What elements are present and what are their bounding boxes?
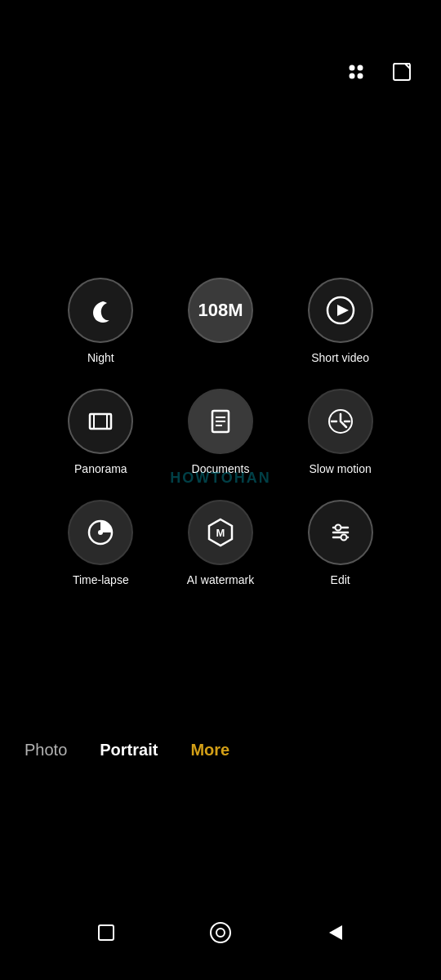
night-circle xyxy=(68,278,133,343)
svg-point-25 xyxy=(335,525,341,531)
short-video-label: Short video xyxy=(311,351,369,364)
svg-point-26 xyxy=(341,535,346,541)
edit-circle xyxy=(308,500,373,565)
time-lapse-label: Time-lapse xyxy=(73,573,129,586)
tab-portrait[interactable]: Portrait xyxy=(83,733,174,768)
svg-rect-10 xyxy=(94,414,107,429)
mode-108m[interactable]: 108M 108M xyxy=(188,278,253,364)
108m-circle: 108M xyxy=(188,278,253,343)
mode-documents[interactable]: Documents xyxy=(188,389,253,475)
slow-motion-circle xyxy=(308,389,373,454)
mode-panorama[interactable]: Panorama xyxy=(68,389,133,475)
svg-rect-27 xyxy=(99,925,114,940)
svg-point-2 xyxy=(350,74,354,78)
home-button[interactable] xyxy=(206,918,235,947)
documents-circle xyxy=(188,389,253,454)
short-video-circle xyxy=(308,278,373,343)
back-button[interactable] xyxy=(320,918,350,947)
mode-night[interactable]: Night xyxy=(68,278,133,364)
edit-icon[interactable] xyxy=(387,57,416,87)
top-bar xyxy=(341,57,416,87)
grid-icon[interactable] xyxy=(341,57,371,87)
svg-marker-30 xyxy=(329,925,342,940)
svg-point-3 xyxy=(359,74,363,78)
svg-text:M: M xyxy=(216,527,225,539)
panorama-label: Panorama xyxy=(74,462,127,475)
mode-short-video[interactable]: Short video xyxy=(308,278,373,364)
recent-apps-button[interactable] xyxy=(91,918,121,947)
svg-rect-9 xyxy=(90,414,111,429)
slow-motion-label: Slow motion xyxy=(310,462,372,475)
svg-marker-8 xyxy=(337,305,349,316)
documents-label: Documents xyxy=(192,462,250,475)
tab-more[interactable]: More xyxy=(174,733,246,768)
time-lapse-circle xyxy=(68,500,133,565)
mode-edit[interactable]: Edit xyxy=(308,500,373,586)
bottom-tabs: Photo Portrait More xyxy=(0,733,441,768)
tab-photo[interactable]: Photo xyxy=(8,733,83,768)
svg-point-1 xyxy=(359,66,363,70)
mode-ai-watermark[interactable]: M AI watermark xyxy=(187,500,254,586)
panorama-circle xyxy=(68,389,133,454)
mode-slow-motion[interactable]: Slow motion xyxy=(308,389,373,475)
edit-label: Edit xyxy=(331,573,350,586)
svg-point-0 xyxy=(350,66,354,70)
ai-watermark-label: AI watermark xyxy=(187,573,254,586)
108m-text: 108M xyxy=(198,300,243,321)
night-label: Night xyxy=(87,351,114,364)
ai-watermark-circle: M xyxy=(188,500,253,565)
system-nav xyxy=(0,910,441,956)
modes-grid: Night 108M 108M Short video Panorama xyxy=(49,278,392,586)
svg-point-29 xyxy=(216,929,225,937)
svg-point-19 xyxy=(98,530,103,535)
mode-time-lapse[interactable]: Time-lapse xyxy=(68,500,133,586)
svg-point-28 xyxy=(211,923,230,942)
